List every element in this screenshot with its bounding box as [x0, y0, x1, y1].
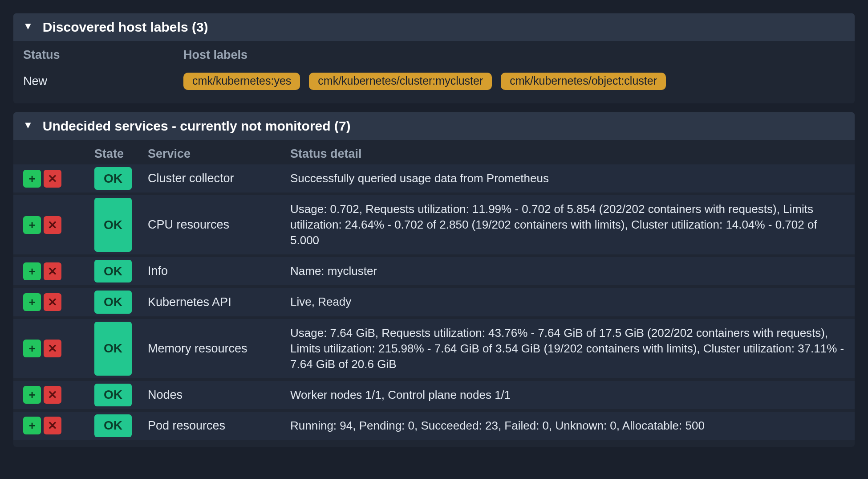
remove-service-button[interactable]: ✕ [44, 340, 61, 357]
add-service-button[interactable]: + [23, 340, 41, 357]
state-badge-ok: OK [94, 260, 132, 282]
service-detail: Usage: 7.64 GiB, Requests utilization: 4… [290, 322, 845, 376]
section-title: Discovered host labels (3) [43, 20, 208, 35]
column-header-state: State [94, 147, 148, 161]
section-title: Undecided services - currently not monit… [43, 119, 351, 134]
add-service-button[interactable]: + [23, 293, 41, 311]
label-pill[interactable]: cmk/kubernetes/cluster:mycluster [309, 73, 492, 90]
service-name[interactable]: Info [148, 260, 290, 282]
service-name[interactable]: CPU resources [148, 198, 290, 252]
section-discovered-host-labels: ▼ Discovered host labels (3) Status Host… [13, 13, 855, 103]
host-label-row: New cmk/kubernetes:yes cmk/kubernetes/cl… [13, 66, 855, 99]
service-detail: Live, Ready [290, 291, 845, 313]
collapse-icon: ▼ [23, 119, 33, 131]
collapse-icon: ▼ [23, 20, 33, 32]
service-name[interactable]: Cluster collector [148, 167, 290, 190]
add-service-button[interactable]: + [23, 216, 41, 234]
service-name[interactable]: Pod resources [148, 414, 290, 437]
host-label-status: New [23, 74, 183, 88]
column-header-actions [23, 147, 94, 161]
service-detail: Usage: 0.702, Requests utilization: 11.9… [290, 198, 845, 252]
add-service-button[interactable]: + [23, 170, 41, 188]
remove-service-button[interactable]: ✕ [44, 417, 61, 434]
service-columns: State Service Status detail [13, 140, 855, 164]
state-badge-ok: OK [94, 384, 132, 406]
column-header-host-labels: Host labels [183, 48, 845, 62]
service-row: + ✕ OK Nodes Worker nodes 1/1, Control p… [13, 381, 855, 409]
column-header-service: Service [148, 147, 290, 161]
remove-service-button[interactable]: ✕ [44, 216, 61, 234]
state-badge-ok: OK [94, 322, 132, 376]
section-header-host-labels[interactable]: ▼ Discovered host labels (3) [13, 13, 855, 41]
service-detail: Name: mycluster [290, 260, 845, 282]
section-undecided-services: ▼ Undecided services - currently not mon… [13, 112, 855, 447]
remove-service-button[interactable]: ✕ [44, 386, 61, 404]
remove-service-button[interactable]: ✕ [44, 293, 61, 311]
label-pill[interactable]: cmk/kubernetes:yes [183, 73, 300, 90]
add-service-button[interactable]: + [23, 417, 41, 434]
state-badge-ok: OK [94, 198, 132, 252]
state-badge-ok: OK [94, 167, 132, 190]
service-row: + ✕ OK Kubernetes API Live, Ready [13, 288, 855, 316]
service-row: + ✕ OK Info Name: mycluster [13, 257, 855, 285]
service-row: + ✕ OK CPU resources Usage: 0.702, Reque… [13, 195, 855, 254]
state-badge-ok: OK [94, 291, 132, 313]
column-header-detail: Status detail [290, 147, 845, 161]
add-service-button[interactable]: + [23, 262, 41, 280]
add-service-button[interactable]: + [23, 386, 41, 404]
service-row: + ✕ OK Cluster collector Successfully qu… [13, 164, 855, 192]
remove-service-button[interactable]: ✕ [44, 262, 61, 280]
service-detail: Successfully queried usage data from Pro… [290, 167, 845, 190]
service-row: + ✕ OK Pod resources Running: 94, Pendin… [13, 412, 855, 440]
state-badge-ok: OK [94, 414, 132, 437]
service-name[interactable]: Nodes [148, 384, 290, 406]
label-pill[interactable]: cmk/kubernetes/object:cluster [501, 73, 666, 90]
remove-service-button[interactable]: ✕ [44, 170, 61, 188]
column-header-status: Status [23, 48, 183, 62]
service-name[interactable]: Kubernetes API [148, 291, 290, 313]
service-row: + ✕ OK Memory resources Usage: 7.64 GiB,… [13, 319, 855, 378]
host-labels-columns: Status Host labels [13, 41, 855, 66]
section-header-undecided[interactable]: ▼ Undecided services - currently not mon… [13, 112, 855, 140]
host-label-pills: cmk/kubernetes:yes cmk/kubernetes/cluste… [183, 73, 845, 90]
service-name[interactable]: Memory resources [148, 322, 290, 376]
service-detail: Running: 94, Pending: 0, Succeeded: 23, … [290, 414, 845, 437]
service-detail: Worker nodes 1/1, Control plane nodes 1/… [290, 384, 845, 406]
